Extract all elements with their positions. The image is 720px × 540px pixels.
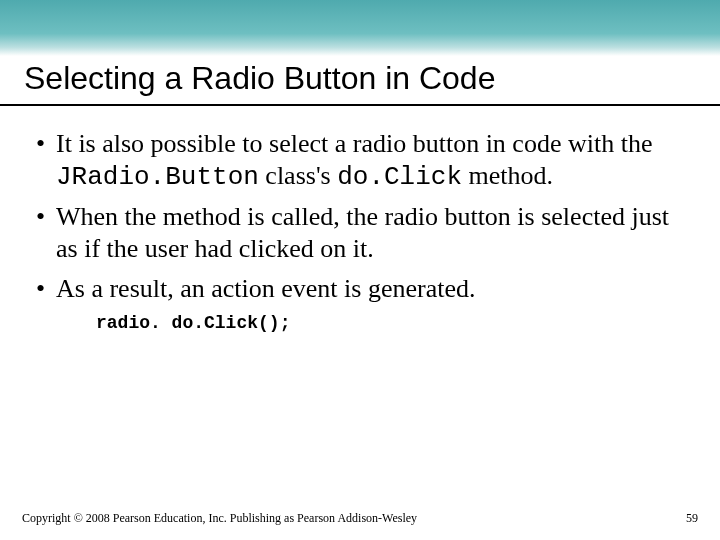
slide-title: Selecting a Radio Button in Code bbox=[24, 60, 495, 97]
slide-body: • It is also possible to select a radio … bbox=[36, 128, 676, 333]
bullet-1-code2: do.Click bbox=[337, 162, 462, 192]
bullet-1-text: It is also possible to select a radio bu… bbox=[56, 128, 676, 193]
slide: Selecting a Radio Button in Code • It is… bbox=[0, 0, 720, 540]
bullet-dot-icon: • bbox=[36, 273, 56, 305]
footer-copyright: Copyright © 2008 Pearson Education, Inc.… bbox=[22, 511, 417, 526]
bullet-2: • When the method is called, the radio b… bbox=[36, 201, 676, 264]
header-band bbox=[0, 0, 720, 56]
bullet-dot-icon: • bbox=[36, 128, 56, 160]
title-underline bbox=[0, 104, 720, 106]
footer-page-number: 59 bbox=[686, 511, 698, 526]
bullet-3-text: As a result, an action event is generate… bbox=[56, 273, 676, 305]
code-example: radio. do.Click(); bbox=[96, 313, 676, 333]
bullet-1-mid: class's bbox=[259, 161, 337, 190]
bullet-1-pre: It is also possible to select a radio bu… bbox=[56, 129, 652, 158]
bullet-3: • As a result, an action event is genera… bbox=[36, 273, 676, 305]
bullet-dot-icon: • bbox=[36, 201, 56, 233]
bullet-2-text: When the method is called, the radio but… bbox=[56, 201, 676, 264]
bullet-1-code1: JRadio.Button bbox=[56, 162, 259, 192]
bullet-1-post: method. bbox=[462, 161, 553, 190]
bullet-1: • It is also possible to select a radio … bbox=[36, 128, 676, 193]
